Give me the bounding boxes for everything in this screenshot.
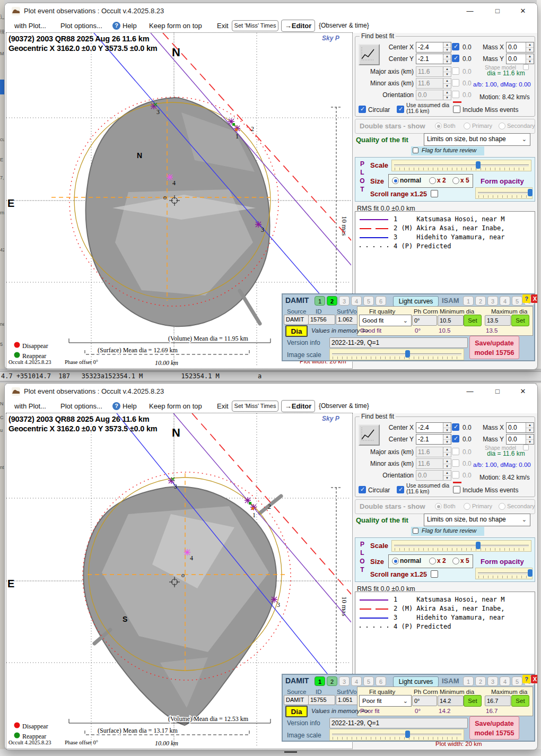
- isam-model-3[interactable]: 3: [487, 676, 498, 686]
- ph-corrn-field[interactable]: 0°: [412, 696, 437, 706]
- menu-plot-options[interactable]: Plot options...: [60, 402, 102, 410]
- damit-model-3[interactable]: 3: [339, 296, 350, 306]
- center-x-field[interactable]: -2.4▲▼: [416, 42, 451, 53]
- damit-model-1[interactable]: 1: [315, 676, 325, 686]
- minimize-button[interactable]: —: [458, 384, 482, 399]
- size-x5-radio[interactable]: [452, 177, 459, 184]
- include-miss-checkbox[interactable]: [453, 486, 460, 493]
- menu-exit[interactable]: Exit: [217, 402, 229, 410]
- center-x-checkbox[interactable]: [452, 423, 459, 431]
- menu-with-plot[interactable]: with Plot...: [14, 402, 46, 410]
- damit-help-button[interactable]: ?: [522, 294, 530, 303]
- set-maximum-button[interactable]: Set: [511, 315, 529, 326]
- center-x-field[interactable]: -2.4▲▼: [416, 422, 451, 433]
- save-update-model-button[interactable]: Save/updatemodel 15756: [469, 336, 519, 359]
- form-opacity-slider[interactable]: [475, 568, 533, 579]
- include-miss-checkbox[interactable]: [453, 106, 460, 113]
- image-scale-slider[interactable]: [329, 349, 464, 360]
- menu-exit[interactable]: Exit: [217, 22, 229, 30]
- observer-list[interactable]: 1 Katsumasa Hosoi, near M 2 (M) Akira As…: [355, 211, 535, 296]
- damit-close-button[interactable]: X: [531, 294, 538, 303]
- use-assumed-checkbox[interactable]: [397, 486, 404, 493]
- set-miss-times-button[interactable]: Set 'Miss' Times: [232, 401, 278, 412]
- isam-model-1[interactable]: 1: [463, 676, 474, 686]
- fit-quality-select[interactable]: Good fit⌄: [359, 315, 412, 326]
- list-item[interactable]: 1 Katsumasa Hosoi, near M: [355, 215, 535, 224]
- maximize-button[interactable]: □: [485, 384, 510, 399]
- mass-x-field[interactable]: 0.0▲▼: [506, 42, 534, 53]
- mass-y-field[interactable]: 0.0▲▼: [506, 54, 534, 64]
- set-minimum-button[interactable]: Set: [464, 315, 482, 326]
- menu-keep-on-top[interactable]: Keep form on top: [149, 402, 202, 410]
- titlebar[interactable]: Plot event observations : Occult v.4.202…: [5, 3, 537, 19]
- light-curves-button[interactable]: Light curves: [393, 296, 439, 307]
- light-curves-button[interactable]: Light curves: [393, 676, 439, 687]
- damit-model-5[interactable]: 5: [363, 676, 374, 686]
- isam-model-4[interactable]: 4: [500, 676, 510, 686]
- isam-model-4[interactable]: 4: [500, 296, 510, 306]
- use-assumed-checkbox[interactable]: [397, 106, 404, 113]
- close-button[interactable]: ✕: [511, 3, 535, 19]
- quality-select[interactable]: Limits on size, but no shape⌄: [424, 133, 530, 146]
- mass-x-field[interactable]: 0.0▲▼: [506, 422, 534, 433]
- isam-model-2[interactable]: 2: [475, 676, 486, 686]
- list-item[interactable]: 3 Hidehito Yamamura, near: [355, 233, 535, 242]
- damit-model-4[interactable]: 4: [351, 676, 362, 686]
- ph-corrn-field[interactable]: 0°: [412, 315, 437, 326]
- size-x2-radio[interactable]: [429, 177, 436, 184]
- scale-slider[interactable]: [391, 540, 531, 552]
- list-item[interactable]: 2 (M) Akira Asai, near Inabe,: [355, 604, 535, 613]
- scroll-range-checkbox[interactable]: [431, 190, 438, 197]
- circular-checkbox[interactable]: [359, 486, 366, 493]
- chart-icon[interactable]: [359, 44, 380, 65]
- center-x-checkbox[interactable]: [452, 43, 459, 50]
- maximize-button[interactable]: □: [485, 3, 510, 19]
- damit-close-button[interactable]: X: [531, 675, 538, 683]
- menu-help[interactable]: Help: [123, 22, 137, 30]
- damit-model-6[interactable]: 6: [376, 296, 386, 306]
- form-opacity-slider[interactable]: [475, 187, 533, 199]
- set-miss-times-button[interactable]: Set 'Miss' Times: [232, 20, 278, 31]
- size-normal-radio[interactable]: [392, 177, 399, 184]
- help-icon[interactable]: ?: [112, 22, 120, 30]
- damit-help-button[interactable]: ?: [522, 675, 530, 683]
- circular-checkbox[interactable]: [359, 106, 366, 113]
- menu-with-plot[interactable]: with Plot...: [14, 22, 46, 30]
- center-y-field[interactable]: -2.1▲▼: [416, 54, 451, 64]
- dia-button[interactable]: Dia: [285, 706, 308, 717]
- size-normal-radio[interactable]: [392, 558, 399, 564]
- scale-slider[interactable]: [391, 160, 531, 171]
- maximum-dia-field[interactable]: 16.7: [485, 696, 511, 706]
- close-button[interactable]: ✕: [511, 384, 535, 399]
- scroll-range-checkbox[interactable]: [431, 570, 438, 578]
- menu-keep-on-top[interactable]: Keep form on top: [149, 22, 202, 30]
- titlebar[interactable]: Plot event observations : Occult v.4.202…: [5, 384, 537, 399]
- damit-model-5[interactable]: 5: [363, 296, 374, 306]
- app-window-2[interactable]: Plot event observations : Occult v.4.202…: [4, 383, 538, 750]
- list-item[interactable]: 3 Hidehito Yamamura, near: [355, 613, 535, 622]
- center-y-checkbox[interactable]: [452, 55, 459, 62]
- flag-review-checkbox[interactable]: [413, 528, 418, 534]
- list-item[interactable]: 4 (P) Predicted: [355, 622, 535, 631]
- isam-model-2[interactable]: 2: [475, 296, 486, 306]
- save-update-model-button[interactable]: Save/updatemodel 15755: [469, 716, 519, 740]
- menu-help[interactable]: Help: [123, 402, 137, 410]
- editor-button[interactable]: →Editor: [281, 20, 315, 32]
- help-icon[interactable]: ?: [112, 402, 120, 410]
- minimum-dia-field[interactable]: 10.5: [438, 315, 464, 326]
- fit-quality-select[interactable]: Poor fit⌄: [359, 695, 412, 707]
- set-maximum-button[interactable]: Set: [511, 695, 529, 707]
- menu-plot-options[interactable]: Plot options...: [60, 22, 102, 30]
- isam-model-5[interactable]: 5: [512, 296, 522, 306]
- size-x5-radio[interactable]: [452, 558, 459, 564]
- isam-model-5[interactable]: 5: [512, 676, 522, 686]
- isam-model-1[interactable]: 1: [463, 296, 474, 306]
- center-y-checkbox[interactable]: [452, 435, 459, 442]
- damit-model-4[interactable]: 4: [351, 296, 362, 306]
- observer-list[interactable]: 1 Katsumasa Hosoi, near M 2 (M) Akira As…: [355, 592, 535, 676]
- dia-button[interactable]: Dia: [285, 325, 308, 337]
- observer-time-label[interactable]: {Observer & time}: [319, 402, 369, 410]
- damit-model-2[interactable]: 2: [327, 676, 337, 686]
- app-window-1[interactable]: Plot event observations : Occult v.4.202…: [4, 3, 538, 370]
- image-scale-slider[interactable]: [329, 729, 464, 741]
